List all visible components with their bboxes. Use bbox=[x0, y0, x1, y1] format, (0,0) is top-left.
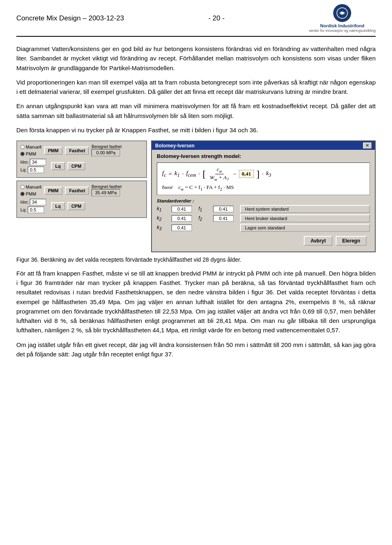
std-table: k1 f1 Hent system standard k2 f2 Hent br… bbox=[157, 205, 370, 232]
radio-label-manuell-top: Manuell bbox=[26, 144, 42, 151]
paragraph-3: En annan utgångspunkt kan vara att man v… bbox=[16, 101, 376, 120]
paragraph-4: Den första knappen vi nu trycker på är K… bbox=[16, 125, 376, 135]
frac-denominator: Ww + A? bbox=[208, 174, 230, 182]
beregnet-label-bottom: Beregnet fasthet bbox=[91, 185, 121, 189]
logo-name: Nordisk Industrifond bbox=[320, 23, 364, 29]
cpm-button-bottom[interactable]: CPM bbox=[67, 202, 85, 210]
k2-input[interactable] bbox=[172, 215, 192, 222]
beregnet-value-top: 0.00 MPa bbox=[91, 149, 120, 156]
bolomey-titlebar: Bolomey-Iversen ✕ bbox=[152, 141, 375, 150]
radio-circle-pmm-top bbox=[20, 152, 24, 156]
bolomey-body: Bolomey-Iversen strength model: fc = k1 … bbox=[152, 150, 375, 251]
left-bracket: [ bbox=[203, 169, 206, 179]
bolomey-panel: Bolomey-Iversen ✕ Bolomey-Iversen streng… bbox=[151, 140, 376, 252]
hm-label-top: Hm: bbox=[20, 160, 29, 165]
k1-label: k1 bbox=[157, 206, 169, 212]
bolomey-title: Bolomey-Iversen bbox=[155, 143, 195, 149]
k3-symbol: k3 bbox=[266, 170, 271, 178]
bolom-footer: Avbryt Eleregn bbox=[157, 234, 370, 248]
header-title: Concrete Mix Design – 2003-12-23 bbox=[16, 14, 124, 22]
formula-main: fc = k1 · fcem · [ cw Ww + A? − 0,41 bbox=[162, 166, 365, 182]
bruker-standard-btn[interactable]: Hent bruker standard bbox=[240, 214, 370, 222]
dot-1: · bbox=[182, 171, 184, 178]
radio-pmm-bottom[interactable]: PMM bbox=[20, 191, 42, 198]
page-header: Concrete Mix Design – 2003-12-23 - 20 - … bbox=[16, 4, 376, 37]
radio-label-pmm-top: PMM bbox=[26, 151, 36, 158]
system-standard-btn[interactable]: Hent system standard bbox=[240, 205, 370, 213]
hm-label-bottom: Hm: bbox=[20, 200, 29, 205]
k3-input[interactable] bbox=[172, 225, 192, 231]
radio-label-manuell-bottom: Manuell bbox=[26, 184, 42, 191]
formula-value: 0,41 bbox=[239, 170, 254, 178]
bolomey-heading: Bolomey-Iversen strength model: bbox=[157, 153, 370, 159]
f1-label: f1 bbox=[198, 206, 211, 212]
right-bracket: ] bbox=[256, 169, 260, 179]
f1-input[interactable] bbox=[213, 206, 234, 212]
std-section: Standardverdier : k1 f1 Hent system stan… bbox=[157, 198, 370, 232]
fasthet-button-top[interactable]: Fasthet bbox=[65, 147, 89, 155]
svg-point-1 bbox=[341, 12, 343, 14]
k2-label: k2 bbox=[157, 215, 169, 222]
pmm-button-bottom[interactable]: PMM bbox=[44, 187, 63, 195]
lq-button-bottom[interactable]: Lq bbox=[51, 202, 65, 210]
avbryt-btn[interactable]: Avbryt bbox=[304, 236, 332, 246]
logo-subtext: senter for innovasjon og næringsutviklin… bbox=[309, 29, 376, 33]
header-page: - 20 - bbox=[208, 14, 225, 22]
k1-input[interactable] bbox=[172, 206, 192, 212]
k1-symbol: k1 bbox=[174, 170, 180, 178]
hm-input-top[interactable] bbox=[30, 159, 46, 165]
figure-caption: Figur 36. Beräkning av det valda recepte… bbox=[16, 256, 376, 263]
fc-symbol: fc bbox=[162, 170, 166, 178]
k3-label: k3 bbox=[157, 225, 169, 231]
beregnet-value-bottom: 35.49 MPa bbox=[91, 189, 120, 196]
radio-pmm-top[interactable]: PMM bbox=[20, 151, 42, 158]
frac-numerator: cw bbox=[215, 166, 224, 174]
formula-fraction: cw Ww + A? bbox=[208, 166, 230, 182]
logo-icon bbox=[333, 4, 351, 22]
beregn-btn[interactable]: Eleregn bbox=[336, 236, 367, 246]
f2-label: f2 bbox=[198, 215, 211, 222]
lq-input-bottom[interactable] bbox=[28, 207, 44, 213]
formula-area: fc = k1 · fcem · [ cw Ww + A? − 0,41 bbox=[157, 162, 370, 195]
radio-manuell-top[interactable]: Manuell bbox=[20, 144, 42, 151]
formula-hwor: hwor cw = C + f1 · FA + f2 · MS bbox=[162, 184, 365, 191]
lagre-btn[interactable]: Lagre som standard bbox=[240, 224, 370, 232]
top-panel: Manuell PMM PMM Fasthet Beregnet fasthet… bbox=[16, 140, 147, 178]
pmm-button-top[interactable]: PMM bbox=[44, 147, 63, 155]
cpm-button-top[interactable]: CPM bbox=[67, 162, 85, 170]
radio-group-top: Manuell PMM bbox=[20, 144, 42, 157]
dot-2: · bbox=[198, 171, 200, 178]
paragraph-2: Vid proportioneringen kan man till exemp… bbox=[16, 78, 376, 97]
close-button[interactable]: ✕ bbox=[363, 142, 372, 149]
radio-circle-pmm-bottom bbox=[20, 192, 24, 196]
minus-symbol: − bbox=[233, 171, 236, 178]
logo: Nordisk Industrifond senter for innovasj… bbox=[309, 4, 376, 33]
radio-label-pmm-bottom: PMM bbox=[26, 191, 36, 198]
after-figure-paragraph-2: Om jag istället utgår från ett givet rec… bbox=[16, 340, 376, 359]
lq-label-bottom: Lq: bbox=[20, 207, 27, 212]
lq-label-top: Lq: bbox=[20, 167, 27, 172]
equals-1: = bbox=[169, 171, 172, 178]
left-panels: Manuell PMM PMM Fasthet Beregnet fasthet… bbox=[16, 140, 147, 252]
radio-manuell-bottom[interactable]: Manuell bbox=[20, 184, 42, 191]
lq-button-top[interactable]: Lq bbox=[51, 162, 65, 170]
dot-3: · bbox=[262, 171, 264, 178]
after-figure-paragraph-1: För att få fram knappen Fasthet, måste v… bbox=[16, 269, 376, 335]
fcem-symbol: fcem bbox=[186, 170, 196, 178]
hm-input-bottom[interactable] bbox=[30, 199, 46, 205]
bottom-panel: Manuell PMM PMM Fasthet Beregnet fasthet… bbox=[16, 180, 147, 218]
radio-group-bottom: Manuell PMM bbox=[20, 184, 42, 197]
f2-input[interactable] bbox=[213, 215, 234, 222]
paragraph-1: Diagrammet Vatten/konsistens ger en god … bbox=[16, 44, 376, 73]
figure-container: Manuell PMM PMM Fasthet Beregnet fasthet… bbox=[16, 140, 376, 252]
lq-input-top[interactable] bbox=[28, 167, 44, 173]
std-label: Standardverdier : bbox=[157, 198, 370, 203]
radio-circle-manuell-bottom bbox=[20, 185, 24, 189]
fasthet-button-bottom[interactable]: Fasthet bbox=[65, 187, 89, 195]
beregnet-label-top: Beregnet fasthet bbox=[91, 145, 121, 149]
radio-circle-manuell-top bbox=[20, 145, 24, 149]
